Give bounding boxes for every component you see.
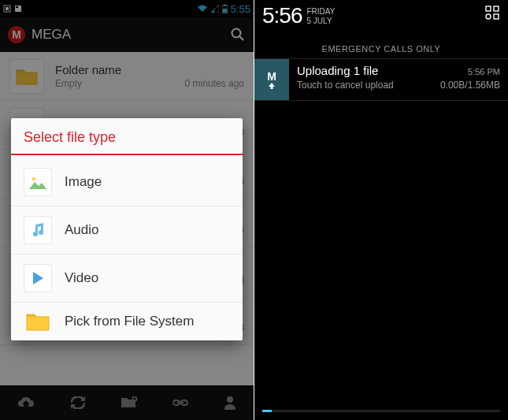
person-icon <box>224 396 236 410</box>
dialog-item-video[interactable]: Video <box>11 254 243 302</box>
action-bar: M MEGA <box>0 17 254 52</box>
file-date: 0 minutes ago <box>185 78 244 89</box>
file-sub: Empty <box>55 78 185 89</box>
svg-rect-31 <box>494 14 499 19</box>
shade-handle-highlight <box>262 410 272 412</box>
svg-point-30 <box>486 14 491 19</box>
new-folder-button[interactable] <box>121 396 138 409</box>
status-clock: 5:55 <box>231 3 250 15</box>
notification-size: 0.00B/1.56MB <box>440 80 500 91</box>
emergency-text: EMERGENCY CALLS ONLY <box>254 41 508 58</box>
notification-shade-header: 5:56 FRIDAY 5 JULY <box>254 0 508 41</box>
shade-day: FRIDAY <box>307 7 336 17</box>
file-name: Folder name <box>55 63 185 76</box>
search-button[interactable] <box>230 27 246 43</box>
svg-rect-5 <box>224 5 226 6</box>
svg-rect-29 <box>494 6 499 11</box>
wifi-icon <box>197 5 208 13</box>
shade-date: 5 JULY <box>307 17 336 26</box>
mega-upload-icon: M <box>254 59 289 100</box>
dialog-item-label: Image <box>65 174 102 190</box>
dialog-item-label: Video <box>65 270 98 286</box>
svg-rect-28 <box>486 6 491 11</box>
shade-clock: 5:56 <box>262 5 302 27</box>
dialog-title: Select file type <box>11 129 243 154</box>
notification-icon <box>3 5 11 13</box>
save-notification-icon <box>14 5 22 13</box>
dialog-divider <box>11 154 243 155</box>
link-button[interactable] <box>172 398 188 407</box>
dialog-item-label: Audio <box>65 222 98 238</box>
refresh-button[interactable] <box>70 396 86 409</box>
svg-rect-6 <box>222 9 226 13</box>
image-icon <box>24 168 52 196</box>
profile-button[interactable] <box>224 396 236 410</box>
left-screenshot: 5:55 M MEGA Folder name Empty 0 minutes … <box>0 0 254 420</box>
notification-sub: Touch to cancel upload <box>297 80 394 91</box>
svg-point-27 <box>32 177 36 181</box>
upload-arrow-icon <box>268 83 276 89</box>
mega-logo-icon: M <box>8 26 25 43</box>
file-row[interactable]: Folder name Empty 0 minutes ago <box>0 52 254 101</box>
app-title: MEGA <box>32 27 71 43</box>
upload-notification[interactable]: M Uploading 1 file 5:56 PM Touch to canc… <box>254 58 508 101</box>
audio-icon <box>24 216 52 244</box>
svg-point-25 <box>227 396 233 403</box>
search-icon <box>230 27 246 43</box>
video-icon <box>24 264 52 292</box>
folder-icon <box>9 59 44 94</box>
svg-rect-3 <box>16 6 18 8</box>
dialog-item-filesystem[interactable]: Pick from File System <box>11 302 243 340</box>
svg-point-7 <box>232 29 241 38</box>
svg-rect-1 <box>6 7 9 10</box>
svg-line-8 <box>240 37 244 41</box>
dialog-item-image[interactable]: Image <box>11 158 243 206</box>
folder-icon <box>24 312 52 331</box>
status-bar: 5:55 <box>0 0 254 17</box>
notification-title: Uploading 1 file <box>297 64 378 77</box>
dialog-item-label: Pick from File System <box>65 314 194 329</box>
battery-icon <box>222 5 228 13</box>
upload-button[interactable] <box>17 396 35 410</box>
cloud-upload-icon <box>17 396 35 410</box>
bottom-toolbar <box>0 385 254 420</box>
folder-plus-icon <box>121 396 138 409</box>
shade-handle[interactable] <box>262 410 500 412</box>
link-icon <box>172 398 188 407</box>
right-screenshot: 5:56 FRIDAY 5 JULY EMERGENCY CALLS ONLY … <box>254 0 508 420</box>
file-type-dialog: Select file type Image Audio Video Pick … <box>11 118 243 340</box>
refresh-icon <box>70 396 86 409</box>
dialog-item-audio[interactable]: Audio <box>11 206 243 254</box>
quick-settings-icon <box>484 5 500 20</box>
quick-settings-button[interactable] <box>484 5 500 20</box>
signal-icon <box>211 5 219 13</box>
notification-time: 5:56 PM <box>468 67 500 76</box>
